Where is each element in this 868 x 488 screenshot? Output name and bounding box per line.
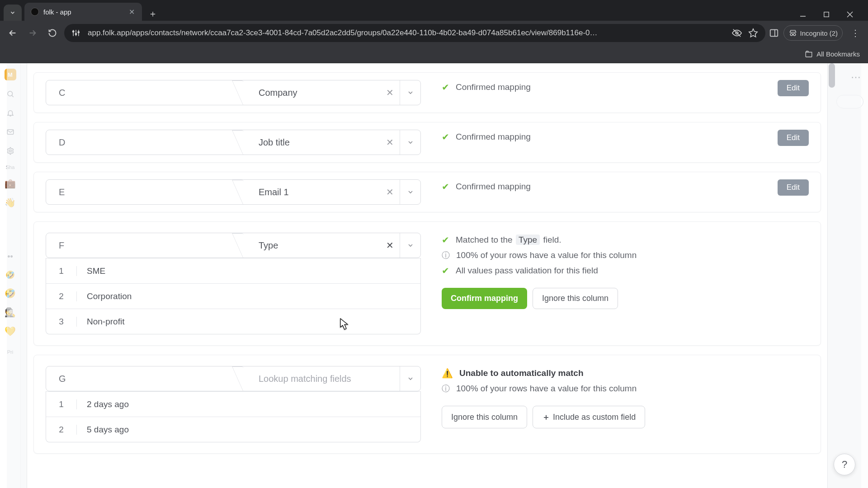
url-text: app.folk.app/apps/contacts/network/ccaa7… [88, 28, 726, 38]
column-selector: CCompany✕ [46, 80, 421, 105]
table-row: 1SME [46, 258, 420, 283]
star-icon[interactable] [748, 28, 758, 38]
svg-point-8 [75, 33, 76, 35]
forward-button[interactable] [24, 25, 41, 41]
check-icon: ✔ [442, 181, 449, 192]
ignore-column-button[interactable]: Ignore this column [533, 288, 618, 309]
column-selector: GLookup matching fields [46, 366, 421, 391]
row-index: 2 [46, 291, 77, 301]
clear-icon[interactable]: ✕ [380, 233, 400, 258]
status-column: ⚠️Unable to automatically matchⓘ100% of … [442, 366, 809, 428]
column-selector: EEmail 1✕ [46, 179, 421, 205]
reload-button[interactable] [44, 25, 61, 41]
row-index: 3 [46, 317, 77, 327]
modal-overlay: CCompany✕✔Confirmed mappingEditDJob titl… [7, 63, 861, 488]
status-unmatched: ⚠️Unable to automatically match [442, 368, 809, 379]
clear-icon[interactable]: ✕ [380, 130, 400, 155]
table-row: 3Non-profit [46, 309, 420, 334]
status-text: 100% of your rows have a value for this … [456, 250, 637, 260]
maximize-button[interactable] [820, 8, 833, 21]
mapped-field-label: Email 1 [243, 180, 380, 204]
row-value: SME [77, 266, 420, 276]
scrollbar-thumb[interactable] [829, 63, 835, 88]
check-icon: ✔ [442, 265, 449, 276]
status-text: Confirmed mapping [456, 82, 531, 92]
check-icon: ✔ [442, 82, 449, 93]
edit-button[interactable]: Edit [778, 179, 809, 196]
back-button[interactable] [5, 25, 21, 41]
chevron-down-icon[interactable] [400, 130, 420, 155]
status-text: Unable to automatically match [459, 368, 584, 378]
status-column: ✔Confirmed mapping [442, 130, 757, 142]
kebab-menu-icon[interactable]: ⋮ [847, 28, 863, 38]
chevron-down-icon[interactable] [400, 233, 420, 258]
mapped-field-label: Lookup matching fields [243, 366, 400, 391]
status-text: Confirmed mapping [456, 182, 531, 192]
address-bar[interactable]: app.folk.app/apps/contacts/network/ccaa7… [64, 24, 765, 42]
column-selector: DJob title✕ [46, 130, 421, 155]
browser-chrome: folk - app ✕ ＋ app.folk.app/apps/contact… [0, 0, 868, 63]
svg-point-15 [793, 33, 795, 36]
column-letter: F [46, 233, 243, 258]
mapped-field-label: Job title [243, 130, 380, 155]
row-index: 1 [46, 266, 77, 276]
include-custom-field-button[interactable]: ＋Include as custom field [533, 406, 645, 428]
row-value: Corporation [77, 291, 420, 301]
check-icon: ✔ [442, 235, 449, 245]
svg-point-14 [790, 33, 793, 36]
side-panel-icon[interactable] [769, 28, 779, 38]
clear-icon[interactable]: ✕ [380, 180, 400, 204]
column-letter: D [46, 130, 243, 155]
close-window-button[interactable] [844, 8, 856, 21]
clear-icon[interactable]: ✕ [380, 80, 400, 105]
row-index: 1 [46, 399, 77, 409]
chevron-down-icon[interactable] [400, 80, 420, 105]
address-bar-row: app.folk.app/apps/contacts/network/ccaa7… [0, 21, 868, 45]
close-icon[interactable]: ✕ [127, 8, 136, 16]
window-controls [797, 8, 864, 21]
incognito-badge[interactable]: Incognito (2) [783, 25, 843, 41]
edit-button[interactable]: Edit [778, 80, 809, 96]
confirm-mapping-button[interactable]: Confirm mapping [442, 288, 527, 309]
tab-favicon [31, 8, 39, 16]
toolbar-right: Incognito (2) ⋮ [769, 25, 863, 41]
row-index: 2 [46, 425, 77, 435]
table-row: 12 days ago [46, 391, 420, 417]
import-mapping-modal: CCompany✕✔Confirmed mappingEditDJob titl… [27, 63, 828, 488]
ignore-column-button[interactable]: Ignore this column [442, 406, 527, 428]
mapping-card: CCompany✕✔Confirmed mappingEdit [33, 72, 821, 113]
status-confirmed: ✔Confirmed mapping [442, 82, 757, 93]
tab-title: folk - app [43, 8, 123, 16]
status-text: 100% of your rows have a value for this … [456, 384, 637, 394]
chevron-down-icon[interactable] [400, 180, 420, 204]
chevron-down-icon[interactable] [400, 366, 420, 391]
app-viewport: M Sha 💼 👋 •• 🤣 🤣 🕵️ 💛 Pri ⋯ CCompany✕✔Co… [0, 63, 868, 488]
mapped-field-label: Type [243, 233, 380, 258]
modal-scrollbar[interactable] [828, 63, 836, 488]
bookmarks-bar: All Bookmarks [0, 45, 868, 63]
browser-tab[interactable]: folk - app ✕ [24, 3, 142, 21]
all-bookmarks-button[interactable]: All Bookmarks [805, 50, 860, 58]
table-row: 2Corporation [46, 283, 420, 309]
minimize-button[interactable] [797, 8, 809, 21]
status-info: ⓘ100% of your rows have a value for this… [442, 250, 809, 261]
row-value: 5 days ago [77, 425, 420, 435]
status-valid: ✔All values pass validation for this fie… [442, 265, 809, 276]
svg-rect-12 [770, 30, 778, 37]
check-icon: ✔ [442, 131, 449, 142]
edit-button[interactable]: Edit [778, 130, 809, 146]
status-info: ⓘ100% of your rows have a value for this… [442, 383, 809, 394]
eye-off-icon[interactable] [732, 28, 742, 38]
help-button[interactable]: ? [834, 454, 855, 475]
incognito-label: Incognito (2) [800, 29, 838, 37]
status-column: ✔Matched to the Type field.ⓘ100% of your… [442, 233, 809, 309]
info-icon: ⓘ [442, 383, 450, 394]
column-selector: FType✕ [46, 233, 421, 258]
action-row: Confirm mappingIgnore this column [442, 288, 809, 309]
status-confirmed: ✔Confirmed mapping [442, 131, 757, 142]
mapping-card: FType✕1SME2Corporation3Non-profit✔Matche… [33, 221, 821, 346]
mapping-card: EEmail 1✕✔Confirmed mappingEdit [33, 172, 821, 212]
site-settings-icon[interactable] [71, 28, 81, 38]
new-tab-button[interactable]: ＋ [146, 6, 160, 21]
tab-search-button[interactable] [4, 5, 22, 21]
